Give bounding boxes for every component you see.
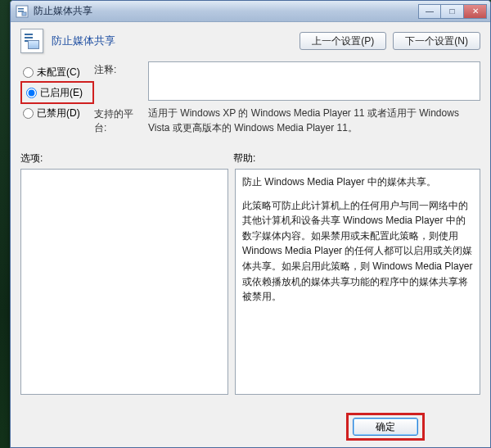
highlight-ok: 确定 bbox=[346, 413, 425, 441]
panels: 防止 Windows Media Player 中的媒体共享。 此策略可防止此计… bbox=[20, 169, 480, 395]
prev-setting-button[interactable]: 上一个设置(P) bbox=[300, 32, 386, 50]
policy-title: 防止媒体共享 bbox=[52, 34, 115, 48]
platform-row: 支持的平台: 适用于 Windows XP 的 Windows Media Pl… bbox=[94, 106, 480, 135]
section-labels: 选项: 帮助: bbox=[20, 152, 480, 165]
comment-textarea[interactable] bbox=[148, 61, 480, 101]
close-button[interactable]: ✕ bbox=[464, 4, 487, 19]
highlight-enabled: 已启用(E) bbox=[20, 81, 94, 104]
help-panel[interactable]: 防止 Windows Media Player 中的媒体共享。 此策略可防止此计… bbox=[235, 169, 480, 395]
maximize-button[interactable]: □ bbox=[441, 4, 464, 19]
radio-disabled-input[interactable] bbox=[23, 108, 34, 119]
radio-not-configured-input[interactable] bbox=[23, 67, 34, 78]
minimize-button[interactable]: — bbox=[418, 4, 441, 19]
platform-text: 适用于 Windows XP 的 Windows Media Player 11… bbox=[148, 106, 480, 135]
radio-label: 未配置(C) bbox=[37, 66, 80, 79]
comment-row: 注释: bbox=[94, 61, 480, 101]
right-column: 注释: 支持的平台: 适用于 Windows XP 的 Windows Medi… bbox=[94, 61, 480, 140]
radio-label: 已禁用(D) bbox=[37, 106, 80, 120]
config-area: 未配置(C) 已启用(E) 已禁用(D) 注释: bbox=[20, 61, 480, 140]
nav-buttons: 上一个设置(P) 下一个设置(N) bbox=[300, 32, 480, 50]
help-paragraph: 此策略可防止此计算机上的任何用户与同一网络中的其他计算机和设备共享 Window… bbox=[242, 198, 473, 305]
client-area: 防止媒体共享 上一个设置(P) 下一个设置(N) 未配置(C) 已启用(E) bbox=[11, 22, 490, 447]
svg-rect-2 bbox=[18, 11, 24, 12]
radio-enabled[interactable]: 已启用(E) bbox=[24, 84, 91, 102]
header-row: 防止媒体共享 上一个设置(P) 下一个设置(N) bbox=[20, 29, 480, 53]
policy-icon bbox=[20, 29, 43, 53]
comment-label: 注释: bbox=[94, 61, 142, 101]
radio-not-configured[interactable]: 未配置(C) bbox=[20, 63, 94, 81]
radio-disabled[interactable]: 已禁用(D) bbox=[20, 104, 94, 122]
dialog-window: 防止媒体共享 — □ ✕ 防止媒体共享 上一个设置(P) 下一个设置(N) 未配… bbox=[10, 0, 491, 448]
radio-label: 已启用(E) bbox=[40, 86, 83, 100]
platform-label: 支持的平台: bbox=[94, 106, 142, 135]
radio-column: 未配置(C) 已启用(E) 已禁用(D) bbox=[20, 61, 94, 140]
footer: 确定 bbox=[11, 413, 490, 441]
svg-rect-1 bbox=[18, 8, 24, 10]
titlebar[interactable]: 防止媒体共享 — □ ✕ bbox=[11, 1, 490, 22]
desktop-strip bbox=[0, 0, 10, 448]
next-setting-button[interactable]: 下一个设置(N) bbox=[393, 32, 480, 50]
options-panel[interactable] bbox=[20, 169, 228, 395]
window-controls: — □ ✕ bbox=[418, 4, 487, 19]
radio-enabled-input[interactable] bbox=[26, 88, 37, 98]
help-paragraph: 防止 Windows Media Player 中的媒体共享。 bbox=[242, 174, 473, 190]
svg-rect-3 bbox=[22, 12, 26, 16]
ok-button[interactable]: 确定 bbox=[353, 418, 418, 436]
help-label: 帮助: bbox=[233, 152, 480, 165]
window-title: 防止媒体共享 bbox=[34, 4, 418, 18]
options-label: 选项: bbox=[20, 152, 233, 165]
app-icon bbox=[16, 5, 29, 18]
